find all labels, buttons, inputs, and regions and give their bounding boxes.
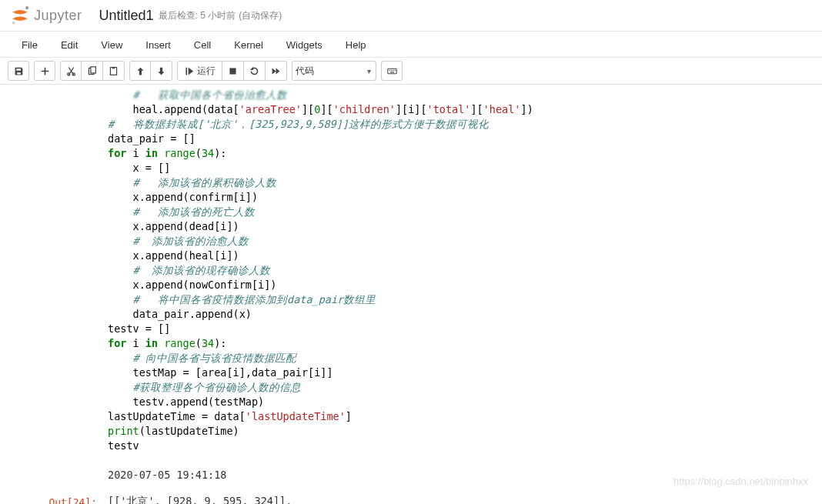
command-palette-button[interactable] xyxy=(381,61,403,81)
notebook-area: # 获取中国各个省份治愈人数 heal.append(data['areaTre… xyxy=(0,85,822,504)
svg-rect-14 xyxy=(390,72,394,72)
menu-help[interactable]: Help xyxy=(335,36,379,54)
arrow-down-icon xyxy=(156,66,166,76)
cut-icon xyxy=(66,66,76,76)
save-button[interactable] xyxy=(8,61,29,81)
brand-text: Jupyter xyxy=(34,8,82,24)
menu-kernel[interactable]: Kernel xyxy=(223,36,276,54)
menu-view[interactable]: View xyxy=(90,36,135,54)
move-down-button[interactable] xyxy=(151,61,172,81)
svg-rect-10 xyxy=(389,69,389,70)
menubar: FileEditViewInsertCellKernelWidgetsHelp xyxy=(0,32,822,58)
output-prompt-blank xyxy=(11,467,103,482)
paste-icon xyxy=(109,66,119,76)
menu-cell[interactable]: Cell xyxy=(183,36,223,54)
svg-rect-12 xyxy=(393,69,393,70)
cut-button[interactable] xyxy=(60,61,82,81)
toolbar: 运行 代码 xyxy=(0,58,822,85)
add-cell-button[interactable] xyxy=(34,61,55,81)
jupyter-icon xyxy=(9,5,31,26)
celltype-select[interactable]: 代码 xyxy=(292,61,376,81)
code-editor[interactable]: # 获取中国各个省份治愈人数 heal.append(data['areaTre… xyxy=(103,86,822,455)
svg-rect-7 xyxy=(112,66,115,68)
restart-button[interactable] xyxy=(244,61,266,81)
menu-edit[interactable]: Edit xyxy=(50,36,90,54)
svg-rect-8 xyxy=(229,68,236,74)
watermark: https://blog.csdn.net/binbinhxx xyxy=(673,476,808,487)
notebook-title[interactable]: Untitled1 xyxy=(99,8,154,24)
restart-icon xyxy=(249,66,259,76)
header: Jupyter Untitled1 最后检查: 5 小时前 (自动保存) xyxy=(0,0,822,32)
menu-file[interactable]: File xyxy=(11,36,50,54)
svg-rect-11 xyxy=(390,69,391,70)
run-button[interactable]: 运行 xyxy=(177,61,222,81)
run-all-button[interactable] xyxy=(266,61,287,81)
input-prompt xyxy=(11,86,103,455)
svg-point-1 xyxy=(12,22,15,25)
svg-rect-13 xyxy=(394,69,395,70)
output-stdout: 2020-07-05 19:41:18 xyxy=(103,467,231,482)
output-text: [['北京', [928, 9, 595, 324]], xyxy=(103,493,296,504)
menu-insert[interactable]: Insert xyxy=(135,36,183,54)
checkpoint-label: 最后检查: 5 小时前 xyxy=(159,9,236,22)
svg-point-0 xyxy=(25,6,28,9)
save-icon xyxy=(14,66,24,76)
keyboard-icon xyxy=(387,66,397,76)
autosave-label: (自动保存) xyxy=(239,9,282,22)
copy-icon xyxy=(87,66,97,76)
output-prompt: Out[24]: xyxy=(11,493,103,504)
run-icon xyxy=(184,66,194,76)
fast-forward-icon xyxy=(271,66,281,76)
svg-rect-9 xyxy=(387,68,396,74)
move-up-button[interactable] xyxy=(129,61,151,81)
celltype-label: 代码 xyxy=(296,65,314,78)
plus-icon xyxy=(40,66,50,76)
svg-rect-5 xyxy=(91,66,96,72)
logo[interactable]: Jupyter xyxy=(9,5,82,26)
stop-button[interactable] xyxy=(222,61,244,81)
copy-button[interactable] xyxy=(82,61,103,81)
output-result: Out[24]: [['北京', [928, 9, 595, 324]], xyxy=(11,492,822,504)
arrow-up-icon xyxy=(135,66,145,76)
code-cell[interactable]: # 获取中国各个省份治愈人数 heal.append(data['areaTre… xyxy=(11,85,822,456)
run-label: 运行 xyxy=(197,65,216,78)
stop-icon xyxy=(228,66,238,76)
paste-button[interactable] xyxy=(103,61,125,81)
menu-widgets[interactable]: Widgets xyxy=(276,36,335,54)
